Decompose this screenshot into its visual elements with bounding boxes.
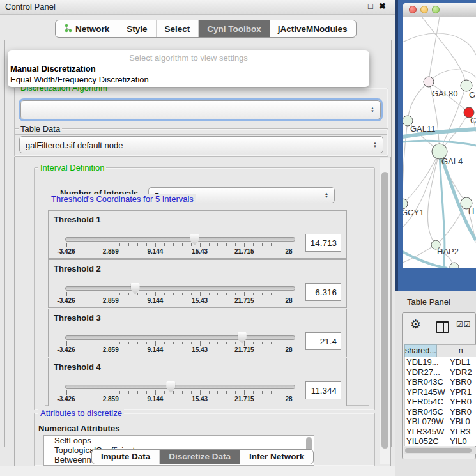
slider-tick-minor [262, 243, 263, 246]
mac-minimize-button[interactable] [420, 6, 428, 13]
close-icon[interactable]: ✖ [379, 1, 386, 11]
threshold-value-field[interactable]: 14.713 [305, 234, 341, 252]
network-window-titlebar[interactable] [403, 3, 476, 17]
table-row[interactable]: YBL079WYBL0 [405, 417, 476, 427]
node-label-gal11: GAL11 [410, 124, 436, 134]
table-row[interactable]: YPR145WYPR1 [405, 387, 476, 397]
cell-shared-name: YBR045C [406, 407, 443, 417]
cell-shared-name: YDL19... [406, 357, 439, 367]
slider-tick-major [66, 390, 67, 395]
slider-tick-minor [280, 243, 280, 246]
threshold-slider-track[interactable] [65, 286, 295, 291]
split-columns-icon[interactable] [436, 321, 449, 333]
checkboxes-icon[interactable]: ☑☑ [456, 320, 472, 329]
tab-style[interactable]: Style [118, 20, 156, 37]
table-row[interactable]: YLR345WYLR3 [405, 427, 476, 437]
tab-impute-data[interactable]: Impute Data [92, 450, 160, 464]
slider-tick-minor [182, 243, 183, 246]
column-header-shared[interactable]: shared... [404, 344, 437, 357]
table-row[interactable]: YBR043CYBR0 [405, 377, 476, 387]
table-row[interactable]: YBR045CYBR0 [405, 407, 476, 417]
threshold-slider-thumb[interactable] [238, 332, 247, 344]
algorithm-combo[interactable]: ▲▼ [20, 100, 381, 119]
slider-tick-minor [226, 293, 227, 295]
slider-tick-minor [173, 342, 174, 344]
threshold-value-field[interactable]: 21.4 [305, 332, 341, 350]
slider-tick-label: 9.144 [136, 297, 174, 304]
threshold-slider-thumb[interactable] [166, 381, 175, 393]
threshold-slider-track[interactable] [65, 335, 295, 340]
threshold-row: Threshold 4 11.344 -3.4262.8599.14415.43… [48, 358, 347, 406]
table-data-combo[interactable]: galFiltered.sif default node ▲▼ [19, 136, 383, 153]
slider-tick-label: 28 [270, 346, 308, 353]
slider-tick-minor [280, 342, 280, 344]
slider-tick-minor [226, 243, 227, 246]
slider-tick-minor [102, 391, 102, 394]
slider-tick-minor [280, 293, 280, 295]
slider-tick-major [244, 341, 245, 346]
network-edge [408, 82, 429, 121]
slider-tick-label: 2.859 [91, 248, 130, 255]
column-header-name[interactable]: n [437, 344, 476, 357]
threshold-slider-track[interactable] [65, 237, 295, 242]
popup-hint[interactable]: Select algorithm to view settings [8, 53, 369, 63]
tab-select[interactable]: Select [157, 20, 199, 37]
node-label-gcy1: GCY1 [403, 208, 424, 217]
list-item[interactable]: SelfLoops [44, 436, 314, 445]
cell-name: YBR0 [450, 407, 472, 417]
threshold-value-field[interactable]: 6.316 [305, 283, 341, 301]
network-node[interactable] [450, 263, 459, 268]
slider-tick-minor [271, 342, 272, 344]
slider-tick-major [200, 292, 201, 296]
slider-tick-major [155, 341, 156, 346]
cell-name: YDR2 [450, 367, 472, 378]
slider-tick-minor [119, 391, 120, 394]
tab-infer-network[interactable]: Infer Network [240, 450, 313, 464]
table-row[interactable]: YER054CYER0 [405, 397, 476, 407]
tab-label: Select [165, 24, 190, 34]
popup-option-equal-width[interactable]: Equal Width/Frequency Discretization [10, 75, 149, 84]
tab-network[interactable]: Network [56, 20, 118, 37]
threshold-coordinates-group: Threshold's Coordinates for 5 Intervals … [45, 199, 369, 406]
popup-option-manual[interactable]: Manual Discretization [10, 64, 96, 73]
tab-discretize-data[interactable]: Discretize Data [160, 450, 240, 464]
network-graph: GCGAL11GAL80GAL4GCY1HHAP2 [403, 17, 476, 268]
threshold-slider-thumb[interactable] [190, 234, 199, 245]
slider-tick-label: 21.715 [225, 297, 263, 304]
slider-tick-minor [182, 391, 183, 394]
slider-tick-minor [235, 391, 236, 394]
slider-tick-minor [128, 243, 129, 246]
slider-tick-minor [164, 243, 165, 246]
scrollbar-thumb[interactable] [381, 172, 388, 449]
gear-icon[interactable]: ⚙ [410, 317, 421, 332]
mac-zoom-button[interactable] [432, 6, 440, 13]
threshold-value-field[interactable]: 11.344 [305, 381, 341, 399]
slider-tick-major [244, 390, 245, 395]
vertical-scrollbar[interactable] [380, 158, 390, 464]
stepper-arrows-icon: ▲▼ [325, 192, 328, 199]
tab-jactivemnodules[interactable]: jActiveMNodules [270, 20, 356, 37]
slider-tick-label: 15.43 [181, 297, 219, 304]
slider-tick-major [66, 243, 67, 247]
tab-cyni-toolbox[interactable]: Cyni Toolbox [199, 20, 270, 37]
slider-tick-minor [209, 293, 210, 295]
threshold-slider-thumb[interactable] [131, 283, 140, 295]
group-title: Interval Definition [38, 163, 106, 173]
panel-title: Control Panel [5, 2, 56, 12]
threshold-slider-track[interactable] [65, 385, 295, 389]
table-row[interactable]: YDR27...YDR2 [405, 367, 476, 378]
table-header: shared... n [404, 344, 476, 357]
slider-tick-major [289, 341, 289, 346]
horizontal-scrollbar[interactable] [404, 447, 476, 454]
table-row[interactable]: YDL19...YDL1 [405, 357, 476, 367]
float-window-icon[interactable]: □ [368, 1, 373, 11]
slider-tick-minor [93, 243, 93, 246]
scrollbar-thumb[interactable] [405, 448, 472, 453]
network-edge [403, 33, 476, 55]
network-canvas[interactable]: GCGAL11GAL80GAL4GCY1HHAP2 [403, 17, 476, 268]
mac-close-button[interactable] [409, 6, 417, 13]
network-node[interactable] [424, 77, 434, 87]
table-row[interactable]: YIL052CYIL0 [405, 436, 476, 446]
slider-tick-major [66, 341, 67, 346]
tab-label: Cyni Toolbox [207, 24, 261, 34]
